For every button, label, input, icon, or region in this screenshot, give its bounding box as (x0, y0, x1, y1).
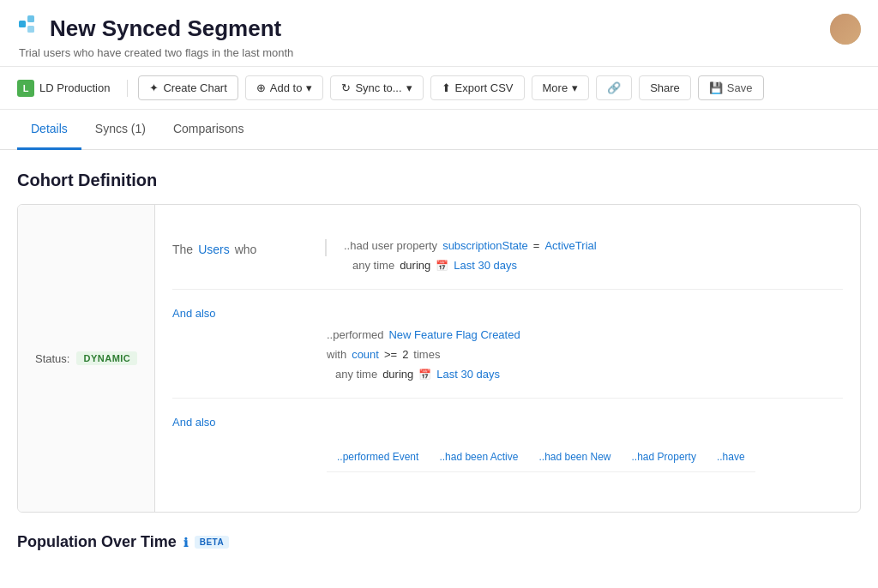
entity-value[interactable]: Users (198, 243, 230, 256)
condition-line-2b: with count >= 2 times (327, 348, 843, 361)
row1-content: ..had user property subscriptionState = … (344, 239, 843, 272)
dynamic-badge: DYNAMIC (76, 351, 137, 365)
add-to-chevron-icon: ▾ (306, 81, 312, 94)
count-value-2: 2 (402, 348, 408, 361)
tabs-bar: Details Syncs (1) Comparisons (0, 110, 878, 150)
toolbar: L LD Production ✦ Create Chart ⊕ Add to … (0, 67, 878, 110)
time-conjunction-1: during (400, 259, 430, 272)
toolbar-separator (127, 80, 128, 97)
sync-chevron-icon: ▾ (406, 81, 412, 94)
create-chart-button[interactable]: ✦ Create Chart (138, 75, 238, 100)
operator-1: = (533, 239, 540, 252)
save-button[interactable]: 💾 Save (698, 75, 764, 100)
main-content: Cohort Definition Status: DYNAMIC The Us… (0, 150, 878, 533)
save-icon: 💾 (709, 81, 723, 94)
connector-2[interactable]: And also (172, 307, 843, 320)
more-chevron-icon: ▾ (572, 81, 578, 94)
cohort-box: Status: DYNAMIC The Users who ..had user… (17, 204, 861, 513)
property-value-1[interactable]: ActiveTrial (544, 239, 596, 252)
condition-line-2a: ..performed New Feature Flag Created (327, 328, 843, 341)
more-button[interactable]: More ▾ (532, 75, 590, 100)
header-title: New Synced Segment (17, 14, 293, 43)
add-tab-performed-event[interactable]: ..performed Event (327, 444, 429, 471)
population-section: Population Over Time ℹ BETA (0, 533, 878, 568)
time-range-2[interactable]: Last 30 days (436, 368, 500, 381)
add-to-button[interactable]: ⊕ Add to ▾ (245, 75, 324, 100)
env-badge: L LD Production (17, 80, 110, 97)
cohort-row-2: And also ..performed New Feature Flag Cr… (172, 290, 843, 399)
calendar-icon-2: 📅 (418, 369, 431, 381)
cohort-row-1: The Users who ..had user property subscr… (172, 222, 843, 290)
population-title: Population Over Time ℹ BETA (17, 533, 861, 551)
row1-main: The Users who ..had user property subscr… (172, 239, 843, 272)
export-csv-button[interactable]: ⬆ Export CSV (430, 75, 525, 100)
cohort-conditions: The Users who ..had user property subscr… (155, 205, 860, 512)
add-tab-been-new[interactable]: ..had been New (528, 444, 621, 471)
add-tab-been-active[interactable]: ..had been Active (429, 444, 528, 471)
tab-comparisons[interactable]: Comparisons (159, 110, 257, 150)
page-subtitle: Trial users who have created two flags i… (19, 46, 293, 59)
export-icon: ⬆ (442, 81, 451, 94)
time-qualifier-2: any time (335, 368, 377, 381)
with-label-2: with (327, 348, 346, 361)
event-name-2[interactable]: New Feature Flag Created (388, 328, 520, 341)
cohort-definition-title: Cohort Definition (17, 171, 861, 190)
add-condition-tabs: ..performed Event ..had been Active ..ha… (327, 444, 755, 472)
tab-details[interactable]: Details (17, 110, 81, 150)
cohort-sidebar: Status: DYNAMIC (18, 205, 155, 512)
row2-content: ..performed New Feature Flag Created wit… (327, 328, 843, 381)
svg-rect-2 (27, 26, 34, 33)
status-text: Status: (35, 352, 69, 365)
the-label: The (172, 243, 193, 256)
cond-type-2: ..performed (327, 328, 383, 341)
beta-badge: BETA (195, 536, 229, 549)
sync-icon: ↻ (341, 81, 351, 94)
share-link-button[interactable]: 🔗 (596, 75, 632, 100)
time-conjunction-2: during (382, 368, 413, 381)
count-suffix-2: times (413, 348, 440, 361)
svg-rect-1 (27, 15, 34, 22)
page-header: New Synced Segment Trial users who have … (0, 0, 878, 67)
count-op-2: >= (384, 348, 397, 361)
page-title: New Synced Segment (50, 15, 281, 42)
condition-line-1: ..had user property subscriptionState = … (344, 239, 843, 252)
link-icon: 🔗 (607, 81, 621, 94)
segment-icon (17, 14, 41, 43)
count-label-2[interactable]: count (352, 348, 379, 361)
condition-sub-1: any time during 📅 Last 30 days (344, 259, 843, 272)
env-dot: L (17, 80, 34, 97)
env-label: LD Production (39, 81, 110, 94)
time-range-1[interactable]: Last 30 days (454, 259, 517, 272)
time-qualifier-1: any time (352, 259, 394, 272)
tab-syncs[interactable]: Syncs (1) (81, 110, 159, 150)
avatar (830, 14, 861, 45)
property-name-1[interactable]: subscriptionState (442, 239, 528, 252)
add-tab-have[interactable]: ..have (707, 444, 755, 471)
share-button[interactable]: Share (639, 75, 691, 100)
status-row: Status: DYNAMIC (35, 351, 137, 365)
condition-sub-2: any time during 📅 Last 30 days (327, 368, 843, 381)
calendar-icon-1: 📅 (436, 260, 448, 272)
connector-3[interactable]: And also (172, 416, 843, 429)
create-chart-icon: ✦ (149, 81, 159, 94)
cond-type-1: ..had user property (344, 239, 437, 252)
header-left: New Synced Segment Trial users who have … (17, 14, 293, 59)
avatar-image (830, 14, 861, 45)
add-tab-had-property[interactable]: ..had Property (622, 444, 707, 471)
add-to-icon: ⊕ (256, 81, 266, 94)
who-label: who (235, 243, 257, 256)
sync-to-button[interactable]: ↻ Sync to... ▾ (330, 75, 423, 100)
cohort-row-3: And also ..performed Event ..had been Ac… (172, 399, 843, 489)
info-icon[interactable]: ℹ (183, 536, 188, 549)
svg-rect-0 (19, 21, 26, 27)
